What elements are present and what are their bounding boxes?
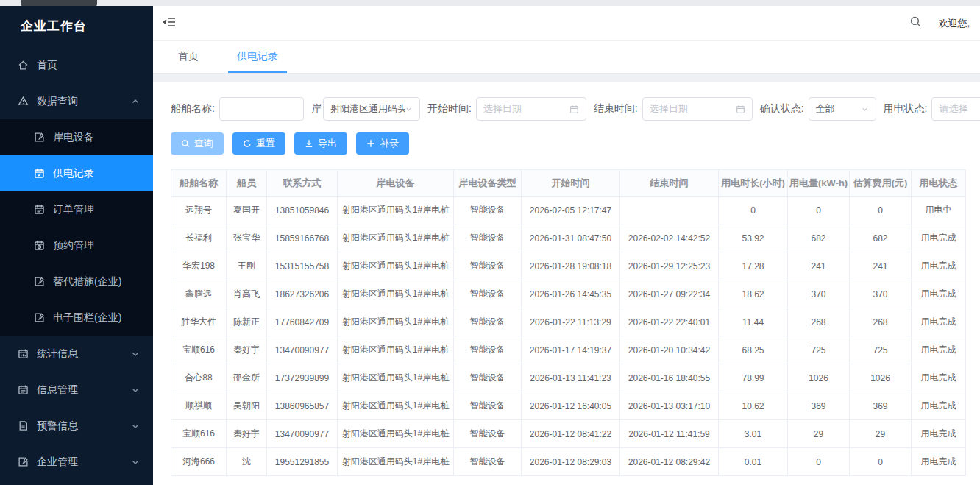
tab-power-supply-records[interactable]: 供电记录 [228, 41, 287, 73]
sidebar-item-order-management[interactable]: 订单管理 [0, 191, 153, 227]
sidebar-item-data-query[interactable]: 数据查询 [0, 83, 153, 119]
table-row[interactable]: 华宏198王刚15315155758射阳港区通用码头1#岸电桩智能设备2026-… [171, 252, 966, 280]
table-row[interactable]: 胜华大件陈新正17760842709射阳港区通用码头1#岸电桩智能设备2026-… [171, 308, 966, 336]
table-cell: 夏国开 [227, 197, 267, 224]
table-row[interactable]: 远翔号夏国开13851059846射阳港区通用码头1#岸电桩智能设备2026-0… [171, 197, 966, 224]
table-cell: 0 [850, 448, 912, 476]
ship-name-label: 船舶名称: [171, 102, 215, 116]
table-cell: 智能设备 [454, 197, 522, 224]
records-table-wrap: 船舶名称船员联系方式岸电设备岸电设备类型开始时间结束时间用电时长(小时)用电量(… [171, 169, 968, 476]
table-row[interactable]: 鑫腾远肖高飞18627326206射阳港区通用码头1#岸电桩智能设备2026-0… [171, 280, 966, 308]
app-layout: 企业工作台 首页 数据查询 [0, 0, 980, 485]
table-cell: 2026-01-22 11:13:29 [522, 308, 620, 336]
table-cell: 智能设备 [454, 280, 522, 308]
filter-confirm-status: 确认状态: 全部 [760, 97, 876, 121]
sidebar-item-home[interactable]: 首页 [0, 47, 153, 83]
table-cell: 2026-01-12 08:29:42 [620, 448, 719, 476]
search-icon[interactable] [909, 15, 922, 31]
home-icon [18, 60, 29, 71]
sidebar-item-alert-information[interactable]: 预警信息 [0, 408, 153, 444]
table-cell: 射阳港区通用码头1#岸电桩 [338, 224, 454, 252]
supplement-record-button[interactable]: 补录 [356, 132, 409, 155]
table-row[interactable]: 合心88邵金所17372939899射阳港区通用码头1#岸电桩智能设备2026-… [171, 364, 966, 392]
sidebar-item-enterprise-management[interactable]: 企业管理 [0, 444, 153, 480]
table-cell: 17760842709 [267, 308, 338, 336]
refresh-icon [243, 139, 252, 148]
table-cell: 秦好宇 [227, 336, 267, 364]
table-cell: 0 [788, 448, 850, 476]
ship-name-input[interactable] [219, 97, 304, 121]
export-button[interactable]: 导出 [294, 132, 347, 155]
sidebar-item-label: 首页 [37, 59, 57, 72]
table-cell: 0 [788, 197, 850, 224]
sidebar-item-label: 统计信息 [37, 347, 78, 361]
fence-doc-icon [34, 312, 45, 323]
power-status-select[interactable]: 请选择 [931, 97, 980, 121]
sidebar-item-information-management[interactable]: 信息管理 [0, 372, 153, 408]
sidebar-item-shore-power-devices[interactable]: 岸电设备 [0, 119, 153, 155]
table-row[interactable]: 河海666沈19551291855射阳港区通用码头1#岸电桩智能设备2026-0… [171, 448, 966, 476]
download-icon [305, 139, 313, 148]
table-cell: 2026-01-31 08:47:50 [522, 224, 620, 252]
confirm-status-select[interactable]: 全部 [809, 97, 876, 121]
sidebar-collapse-icon[interactable] [162, 15, 177, 32]
table-cell: 智能设备 [454, 420, 522, 448]
tab-home[interactable]: 首页 [169, 41, 207, 73]
table-cell: 1026 [788, 364, 850, 392]
table-cell: 29 [850, 420, 912, 448]
main-area: 欢迎您, 首页 供电记录 船舶名称: 岸电设备: 射阳港区通用码头1#岸电桩 [153, 6, 980, 485]
sidebar-item-alternative-measures[interactable]: 替代措施(企业) [0, 263, 153, 300]
sidebar-item-power-supply-records[interactable]: 供电记录 [0, 155, 153, 191]
table-cell: 智能设备 [454, 392, 522, 420]
sidebar-item-electronic-fence[interactable]: 电子围栏(企业) [0, 300, 153, 336]
statistics-icon [18, 348, 29, 359]
sidebar-submenu-data-query: 岸电设备 供电记录 订单管理 [0, 119, 153, 336]
filter-bar: 船舶名称: 岸电设备: 射阳港区通用码头1#岸电桩 开始时间: 选择日 [171, 97, 980, 121]
table-cell: 2026-01-17 14:19:37 [522, 336, 620, 364]
sidebar-item-statistics[interactable]: 统计信息 [0, 336, 153, 372]
table-cell: 370 [788, 280, 850, 308]
column-header: 船员 [227, 170, 267, 197]
table-cell: 射阳港区通用码头1#岸电桩 [338, 448, 454, 476]
table-cell: 2026-01-12 08:41:22 [522, 420, 620, 448]
table-cell: 鑫腾远 [171, 280, 227, 308]
end-date-picker[interactable]: 选择日期 [642, 97, 753, 121]
sidebar-item-reservation-management[interactable]: 预约管理 [0, 227, 153, 263]
table-row[interactable]: 顺祺顺吴朝阳13860965857射阳港区通用码头1#岸电桩智能设备2026-0… [171, 392, 966, 420]
reset-button[interactable]: 重置 [232, 132, 285, 155]
table-row[interactable]: 宝顺616秦好宇13470090977射阳港区通用码头1#岸电桩智能设备2026… [171, 336, 966, 364]
table-row[interactable]: 宝顺616秦好宇13470090977射阳港区通用码头1#岸电桩智能设备2026… [171, 420, 966, 448]
start-date-placeholder: 选择日期 [483, 102, 522, 116]
warning-triangle-icon [18, 96, 29, 107]
search-button[interactable]: 查询 [171, 132, 224, 155]
table-cell: 17372939899 [267, 364, 338, 392]
device-doc-icon [34, 132, 45, 143]
table-cell: 用电完成 [912, 280, 966, 308]
chevron-down-icon [405, 105, 413, 113]
table-cell: 11.44 [719, 308, 788, 336]
table-cell: 2026-01-12 08:29:03 [522, 448, 620, 476]
device-select[interactable]: 射阳港区通用码头1#岸电桩 [323, 97, 420, 121]
table-cell: 2026-01-29 12:25:23 [620, 252, 719, 280]
filter-ship-name: 船舶名称: [171, 97, 304, 121]
table-cell: 241 [850, 252, 912, 280]
table-cell: 13470090977 [267, 420, 338, 448]
column-header: 用电状态 [912, 170, 966, 197]
table-row[interactable]: 长福利张宝华15859166768射阳港区通用码头1#岸电桩智能设备2026-0… [171, 224, 966, 252]
info-management-icon [18, 384, 29, 395]
action-bar: 查询 重置 导出 补录 [171, 132, 980, 155]
table-cell: 用电完成 [912, 252, 966, 280]
column-header: 用电时长(小时) [719, 170, 788, 197]
table-cell: 10.62 [719, 392, 788, 420]
table-cell: 吴朝阳 [227, 392, 267, 420]
table-cell: 2026-01-28 19:08:18 [522, 252, 620, 280]
chevron-down-icon [131, 458, 140, 467]
table-cell: 用电完成 [912, 336, 966, 364]
table-cell: 顺祺顺 [171, 392, 227, 420]
column-header: 岸电设备 [338, 170, 454, 197]
column-header: 船舶名称 [171, 170, 227, 197]
table-cell: 0.01 [719, 448, 788, 476]
column-header: 岸电设备类型 [454, 170, 522, 197]
start-date-picker[interactable]: 选择日期 [476, 97, 586, 121]
table-cell: 268 [850, 308, 912, 336]
